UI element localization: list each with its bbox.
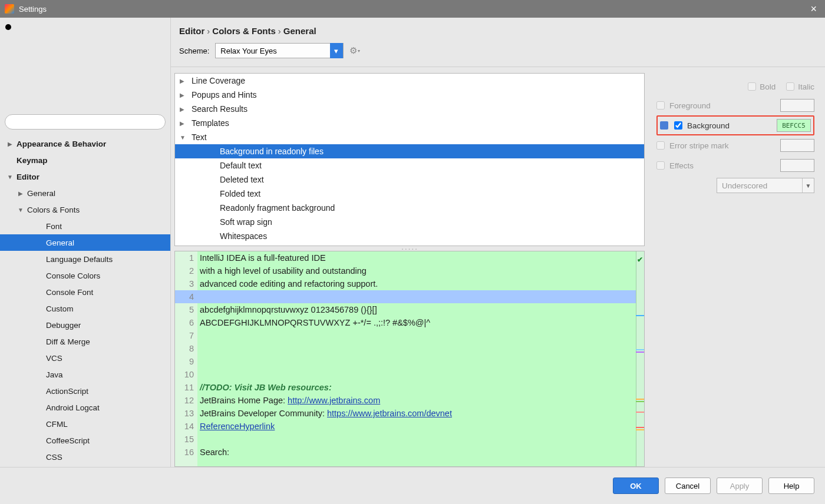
- search-input[interactable]: [5, 114, 166, 130]
- bold-checkbox: [748, 82, 756, 91]
- nav-item-debugger[interactable]: Debugger: [0, 317, 170, 333]
- code-line: 6ABCDEFGHIJKLMNOPQRSTUVWXYZ +-*/= .,;:!?…: [175, 316, 644, 329]
- nav-item-font[interactable]: Font: [0, 218, 170, 234]
- foreground-swatch[interactable]: [780, 99, 814, 112]
- code-line: 16Search:: [175, 446, 644, 459]
- code-line: 13JetBrains Developer Community: https:/…: [175, 407, 644, 420]
- nav-item-keymap[interactable]: Keymap: [0, 152, 170, 168]
- code-line: 5abcdefghijklmnopqrstuvwxyz 0123456789 (…: [175, 303, 644, 316]
- nav-item-colors-fonts[interactable]: ▼Colors & Fonts: [0, 201, 170, 218]
- nav-item-vcs[interactable]: VCS: [0, 350, 170, 366]
- nav-item-general[interactable]: General: [0, 234, 170, 251]
- check-icon: ✔: [637, 253, 643, 266]
- error-stripe[interactable]: ✔: [636, 251, 644, 466]
- dialog-footer: OK Cancel Apply Help: [0, 467, 825, 504]
- app-icon: [5, 4, 14, 14]
- svg-line-1: [11, 29, 13, 32]
- code-line: 15: [175, 433, 644, 446]
- scheme-label: Scheme:: [179, 47, 209, 55]
- nav-item-coffeescript[interactable]: CoffeeScript: [0, 432, 170, 449]
- code-line: 1IntelliJ IDEA is a full-featured IDE: [175, 251, 644, 264]
- style-props: Bold Italic Foreground Background BEFCC5…: [648, 67, 825, 467]
- tree-item[interactable]: ▶Line Coverage: [175, 74, 644, 88]
- nav-item-cucumber[interactable]: Cucumber: [0, 465, 170, 467]
- code-line: 7: [175, 329, 644, 342]
- code-line: 3advanced code editing and refactoring s…: [175, 277, 644, 290]
- effects-checkbox: [656, 161, 665, 170]
- code-line: 2with a high level of usability and outs…: [175, 264, 644, 277]
- tree-item[interactable]: ▶Popups and Hints: [175, 88, 644, 102]
- nav-item-appearance-behavior[interactable]: ▶Appearance & Behavior: [0, 135, 170, 152]
- nav-item-java[interactable]: Java: [0, 366, 170, 383]
- chevron-down-icon: ▼: [802, 178, 814, 193]
- nav-item-actionscript[interactable]: ActionScript: [0, 383, 170, 399]
- tree-item[interactable]: Whitespaces: [175, 229, 644, 243]
- code-line: 12JetBrains Home Page: http://www.jetbra…: [175, 394, 644, 407]
- tree-item[interactable]: Readonly fragment background: [175, 201, 644, 215]
- tree-item[interactable]: Folded text: [175, 187, 644, 201]
- background-checkbox[interactable]: [674, 121, 682, 130]
- help-button[interactable]: Help: [768, 478, 814, 494]
- tree-item[interactable]: ▶Search Results: [175, 102, 644, 116]
- nav-item-android-logcat[interactable]: Android Logcat: [0, 399, 170, 416]
- error-stripe-checkbox: [656, 141, 665, 150]
- nav-item-general[interactable]: ▶General: [0, 185, 170, 201]
- cancel-button[interactable]: Cancel: [665, 478, 711, 494]
- titlebar: Settings ×: [0, 0, 825, 18]
- italic-checkbox: [786, 82, 794, 91]
- effects-swatch[interactable]: [780, 159, 814, 172]
- nav-item-css[interactable]: CSS: [0, 449, 170, 465]
- nav-item-custom[interactable]: Custom: [0, 300, 170, 317]
- nav-item-console-font[interactable]: Console Font: [0, 284, 170, 300]
- tree-item[interactable]: Deleted text: [175, 173, 644, 187]
- nav-item-editor[interactable]: ▼Editor: [0, 168, 170, 185]
- code-line: 4: [175, 290, 644, 303]
- code-line: 11//TODO: Visit JB Web resources:: [175, 381, 644, 394]
- reset-icon[interactable]: [660, 121, 668, 130]
- nav-item-language-defaults[interactable]: Language Defaults: [0, 251, 170, 267]
- tree-item[interactable]: Default text: [175, 158, 644, 173]
- nav-item-console-colors[interactable]: Console Colors: [0, 267, 170, 284]
- nav-item-cfml[interactable]: CFML: [0, 416, 170, 432]
- attribute-tree[interactable]: ▶Line Coverage▶Popups and Hints▶Search R…: [174, 73, 645, 246]
- apply-button: Apply: [717, 478, 763, 494]
- tree-item[interactable]: ▶Templates: [175, 116, 644, 130]
- ok-button[interactable]: OK: [613, 478, 659, 494]
- code-line: 14ReferenceHyperlink: [175, 420, 644, 433]
- scheme-select[interactable]: Relax Your Eyes ▾: [215, 43, 343, 58]
- code-line: 8: [175, 342, 644, 355]
- window-title: Settings: [19, 5, 47, 14]
- svg-point-0: [5, 24, 11, 30]
- tree-item[interactable]: Background in readonly files: [175, 144, 644, 158]
- tree-item[interactable]: ▼Text: [175, 130, 644, 144]
- background-swatch[interactable]: BEFCC5: [777, 119, 811, 132]
- close-icon[interactable]: ×: [807, 3, 820, 15]
- sidebar: ▶Appearance & BehaviorKeymap▼Editor▶Gene…: [0, 18, 171, 467]
- search-icon: [5, 24, 182, 112]
- error-stripe-swatch[interactable]: [780, 139, 814, 152]
- settings-nav[interactable]: ▶Appearance & BehaviorKeymap▼Editor▶Gene…: [0, 133, 170, 467]
- nav-item-diff-merge[interactable]: Diff & Merge: [0, 333, 170, 350]
- breadcrumb: Editor›Colors & Fonts›General: [171, 18, 825, 39]
- gear-icon[interactable]: ⚙▾: [349, 45, 360, 56]
- foreground-checkbox: [656, 101, 665, 110]
- code-line: 9: [175, 355, 644, 368]
- code-preview: 1IntelliJ IDEA is a full-featured IDE2wi…: [174, 251, 645, 467]
- tree-item[interactable]: Soft wrap sign: [175, 215, 644, 229]
- effect-type-select: Underscored ▼: [717, 178, 814, 193]
- code-line: 10: [175, 368, 644, 381]
- chevron-down-icon[interactable]: ▾: [330, 43, 343, 58]
